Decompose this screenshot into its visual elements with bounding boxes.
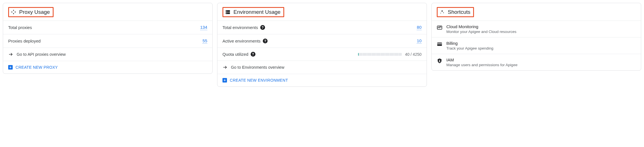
proxy-usage-header: Proxy Usage	[3, 3, 212, 21]
env-usage-header: Environment Usage	[217, 3, 427, 21]
total-envs-value[interactable]: 80	[417, 25, 422, 30]
svg-point-3	[226, 13, 227, 14]
shortcut-title: Billing	[446, 41, 493, 46]
proxy-usage-card: Proxy Usage Total proxies 134 Proxies de…	[3, 3, 213, 74]
sparkle-icon	[439, 9, 445, 15]
shortcuts-header: Shortcuts	[432, 3, 641, 21]
proxy-usage-header-highlight: Proxy Usage	[8, 7, 54, 17]
total-proxies-row: Total proxies 134	[3, 21, 212, 34]
proxies-deployed-row: Proxies deployed 55	[3, 34, 212, 48]
proxy-overview-label: Go to API proxies overview	[17, 52, 66, 57]
help-icon[interactable]: ?	[260, 25, 265, 30]
active-envs-value[interactable]: 10	[417, 38, 422, 44]
active-envs-label: Active environments	[222, 39, 261, 43]
shortcuts-header-highlight: Shortcuts	[437, 7, 474, 17]
shortcut-desc: Monitor your Apigee and Cloud resources	[446, 30, 516, 34]
create-proxy-label: CREATE NEW PROXY	[16, 65, 58, 70]
quota-progress-bar	[358, 53, 402, 56]
env-usage-header-highlight: Environment Usage	[222, 7, 284, 17]
proxy-icon	[11, 9, 16, 15]
env-usage-card: Environment Usage Total environments ? 8…	[217, 3, 427, 87]
help-icon[interactable]: ?	[263, 39, 268, 43]
create-env-label: CREATE NEW ENVIRONMENT	[230, 78, 288, 83]
arrow-right-icon	[222, 65, 228, 70]
shortcut-billing[interactable]: Billing Track your Apigee spending	[432, 37, 641, 54]
quota-label: Quota utilized	[222, 52, 248, 57]
shortcut-monitoring[interactable]: Cloud Monitoring Monitor your Apigee and…	[432, 21, 641, 37]
svg-rect-1	[226, 12, 230, 14]
proxies-deployed-label: Proxies deployed	[8, 39, 41, 43]
total-envs-label: Total environments	[222, 25, 258, 30]
svg-point-7	[439, 60, 440, 61]
quota-row: Quota utilized ? 40 / 4250	[217, 48, 427, 61]
create-env-button[interactable]: CREATE NEW ENVIRONMENT	[217, 74, 427, 86]
svg-rect-0	[226, 10, 230, 12]
shield-icon	[437, 58, 442, 64]
create-proxy-button[interactable]: CREATE NEW PROXY	[3, 61, 212, 74]
billing-icon	[437, 41, 442, 47]
help-icon[interactable]: ?	[251, 52, 255, 57]
shortcut-title: IAM	[446, 57, 517, 62]
total-envs-row: Total environments ? 80	[217, 21, 427, 34]
shortcut-title: Cloud Monitoring	[446, 24, 516, 29]
plus-icon	[222, 78, 227, 83]
shortcut-iam[interactable]: IAM Manage users and permissions for Api…	[432, 54, 641, 70]
environment-icon	[225, 9, 231, 15]
total-proxies-label: Total proxies	[8, 25, 32, 30]
arrow-right-icon	[8, 52, 13, 57]
monitoring-icon	[437, 25, 442, 30]
env-overview-link[interactable]: Go to Environments overview	[217, 61, 427, 74]
env-usage-title: Environment Usage	[233, 9, 281, 15]
proxy-overview-link[interactable]: Go to API proxies overview	[3, 48, 212, 61]
total-proxies-value[interactable]: 134	[200, 25, 207, 30]
svg-point-2	[226, 11, 227, 11]
svg-rect-6	[437, 44, 442, 44]
shortcut-desc: Track your Apigee spending	[446, 46, 493, 50]
shortcuts-card: Shortcuts Cloud Monitoring Monitor your …	[431, 3, 641, 71]
proxy-usage-title: Proxy Usage	[19, 9, 50, 15]
shortcut-desc: Manage users and permissions for Apigee	[446, 63, 517, 67]
shortcuts-title: Shortcuts	[448, 9, 470, 15]
env-overview-label: Go to Environments overview	[231, 65, 284, 70]
quota-progress-fill	[358, 53, 359, 56]
active-envs-row: Active environments ? 10	[217, 34, 427, 48]
quota-text: 40 / 4250	[405, 52, 422, 57]
proxies-deployed-value[interactable]: 55	[202, 38, 207, 44]
plus-icon	[8, 65, 13, 70]
